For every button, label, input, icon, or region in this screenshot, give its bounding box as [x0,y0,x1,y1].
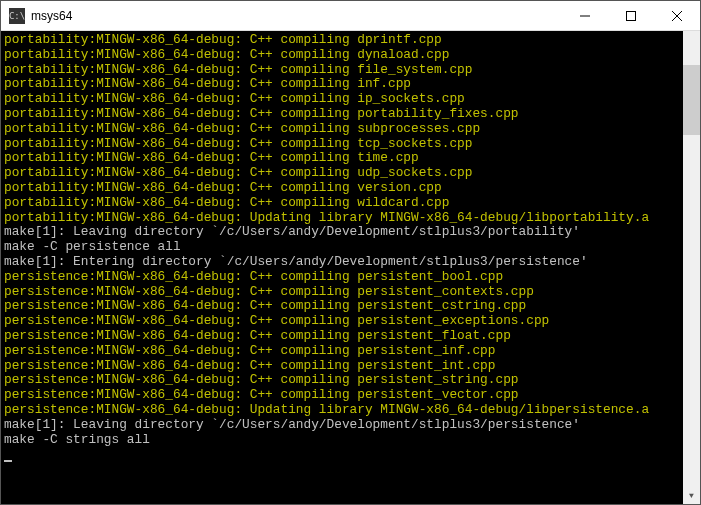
cursor [4,460,12,462]
scroll-track[interactable] [683,48,700,488]
terminal-line: persistence:MINGW-x86_64-debug: C++ comp… [4,344,683,359]
terminal-line: portability:MINGW-x86_64-debug: C++ comp… [4,122,683,137]
terminal-line: persistence:MINGW-x86_64-debug: C++ comp… [4,285,683,300]
terminal-line: persistence:MINGW-x86_64-debug: Updating… [4,403,683,418]
terminal-line: portability:MINGW-x86_64-debug: C++ comp… [4,137,683,152]
scroll-thumb[interactable] [683,65,700,135]
terminal-line: persistence:MINGW-x86_64-debug: C++ comp… [4,388,683,403]
maximize-button[interactable] [608,1,654,31]
scrollbar[interactable]: ▲ ▼ [683,31,700,505]
terminal-line: make -C persistence all [4,240,683,255]
terminal-line: portability:MINGW-x86_64-debug: C++ comp… [4,107,683,122]
terminal-line: make[1]: Entering directory `/c/Users/an… [4,255,683,270]
window-titlebar: C:\ msys64 [1,1,700,31]
terminal-line: persistence:MINGW-x86_64-debug: C++ comp… [4,270,683,285]
terminal-line: persistence:MINGW-x86_64-debug: C++ comp… [4,359,683,374]
terminal-line: persistence:MINGW-x86_64-debug: C++ comp… [4,299,683,314]
terminal-line: portability:MINGW-x86_64-debug: C++ comp… [4,92,683,107]
terminal-line: portability:MINGW-x86_64-debug: C++ comp… [4,77,683,92]
terminal-line: portability:MINGW-x86_64-debug: C++ comp… [4,33,683,48]
terminal-line: make -C strings all [4,433,683,448]
terminal-content: portability:MINGW-x86_64-debug: C++ comp… [4,33,683,462]
window-controls [562,1,700,31]
terminal-line: portability:MINGW-x86_64-debug: C++ comp… [4,181,683,196]
terminal-line: persistence:MINGW-x86_64-debug: C++ comp… [4,329,683,344]
terminal-line: persistence:MINGW-x86_64-debug: C++ comp… [4,373,683,388]
minimize-button[interactable] [562,1,608,31]
terminal-line: portability:MINGW-x86_64-debug: C++ comp… [4,196,683,211]
terminal-line: portability:MINGW-x86_64-debug: C++ comp… [4,48,683,63]
close-button[interactable] [654,1,700,31]
terminal-line: portability:MINGW-x86_64-debug: Updating… [4,211,683,226]
svg-rect-1 [627,11,636,20]
terminal-line: portability:MINGW-x86_64-debug: C++ comp… [4,151,683,166]
terminal-line: portability:MINGW-x86_64-debug: C++ comp… [4,166,683,181]
terminal-line: persistence:MINGW-x86_64-debug: C++ comp… [4,314,683,329]
terminal-cursor-line [4,447,683,462]
terminal-line: portability:MINGW-x86_64-debug: C++ comp… [4,63,683,78]
terminal-line: make[1]: Leaving directory `/c/Users/and… [4,225,683,240]
window-title: msys64 [31,9,562,23]
scroll-down-button[interactable]: ▼ [683,488,700,505]
app-icon: C:\ [9,8,25,24]
terminal-line: make[1]: Leaving directory `/c/Users/and… [4,418,683,433]
terminal-area[interactable]: portability:MINGW-x86_64-debug: C++ comp… [1,31,700,505]
